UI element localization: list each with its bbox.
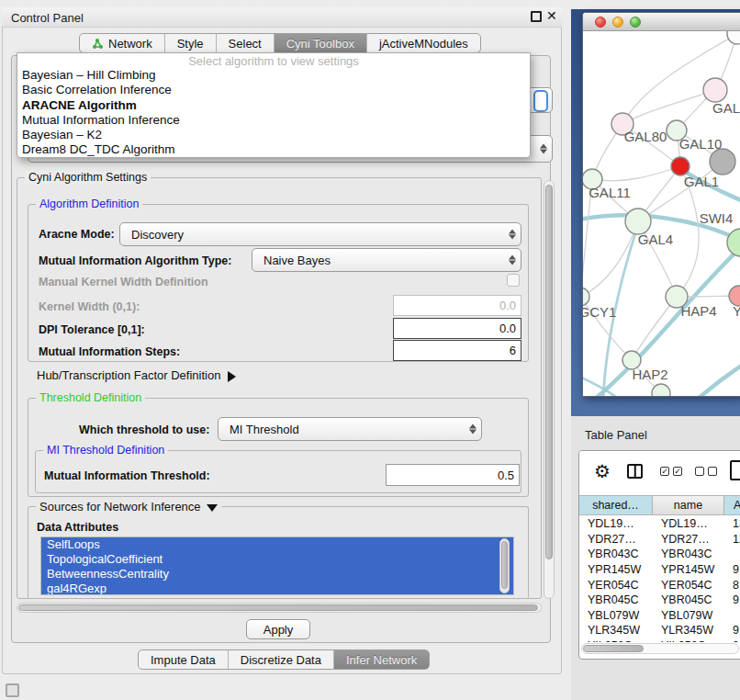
data-attributes-label: Data Attributes (37, 521, 118, 534)
dropdown-item-selected[interactable]: ARACNE Algorithm (17, 98, 530, 113)
settings-vscrollbar[interactable] (544, 180, 555, 599)
tab-impute-data[interactable]: Impute Data (139, 650, 228, 669)
column-header-shared-name[interactable]: shared… (579, 496, 653, 514)
table-row[interactable]: YPR145WYPR145W9. (579, 562, 740, 578)
dropdown-item[interactable]: Dream8 DC_TDC Algorithm (17, 142, 530, 157)
settings-hscrollbar[interactable] (17, 603, 542, 613)
sources-group-title[interactable]: Sources for Network Inference (36, 500, 221, 514)
combo-stepper-icon (509, 230, 516, 240)
tab-select[interactable]: Select (216, 34, 274, 52)
new-table-icon[interactable] (730, 460, 740, 480)
table-row[interactable]: YDL19…YDL19…13 (579, 516, 740, 532)
network-node-label: HAP4 (680, 303, 716, 319)
network-edge[interactable] (622, 90, 715, 124)
close-panel-icon[interactable]: ✕ (546, 8, 557, 23)
attribute-item[interactable]: BetweennessCentrality (41, 567, 513, 581)
network-node-swi4[interactable] (727, 229, 740, 256)
which-threshold-combo[interactable]: MI Threshold (218, 417, 482, 441)
network-node-label: GAL80 (624, 129, 667, 144)
settings-group-title: Cyni Algorithm Settings (25, 171, 151, 184)
network-edge[interactable] (583, 221, 638, 297)
mi-threshold-label: Mutual Information Threshold: (44, 469, 210, 482)
attribute-item[interactable]: SelfLoops (41, 537, 513, 552)
zoom-window-button[interactable] (630, 17, 641, 28)
table-row[interactable]: YBR045CYBR045C9. (579, 593, 740, 608)
attributes-vscrollbar-thumb[interactable] (501, 541, 508, 589)
manual-kernel-label: Manual Kernel Width Definition (39, 276, 208, 288)
aracne-mode-combo[interactable]: Discovery (119, 222, 521, 246)
dropdown-item[interactable]: Bayesian – Hill Climbing (17, 68, 530, 83)
deselect-all-checkboxes-icon[interactable] (695, 467, 717, 476)
network-node-label: GAL (712, 100, 740, 116)
mi-threshold-field[interactable]: 0.5 (386, 464, 520, 486)
table-hscrollbar[interactable] (581, 643, 739, 654)
kernel-width-label: Kernel Width (0,1): (39, 300, 140, 313)
network-node-label: HAP2 (632, 367, 667, 382)
attribute-item[interactable]: gal4RGexp (41, 581, 513, 595)
network-edge[interactable] (592, 166, 680, 181)
tab-discretize-data[interactable]: Discretize Data (228, 650, 333, 669)
table-row[interactable]: YBR043CYBR043C (579, 547, 740, 562)
network-node[interactable] (710, 149, 735, 175)
attribute-item[interactable]: TopologicalCoefficient (41, 552, 513, 567)
threshold-definition-title: Threshold Definition (36, 391, 145, 404)
table-row[interactable]: YLR345WYLR345W9. (579, 623, 740, 638)
network-node-gal1[interactable] (671, 157, 690, 175)
attributes-vscrollbar[interactable] (499, 538, 510, 593)
aracne-mode-label: Aracne Mode: (39, 228, 115, 241)
settings-vscrollbar-thumb[interactable] (545, 185, 553, 559)
network-node[interactable] (652, 384, 670, 397)
dropdown-item[interactable]: Basic Correlation Inference (17, 83, 530, 97)
network-node-gcy1[interactable] (583, 288, 589, 306)
float-panel-icon[interactable] (531, 11, 542, 22)
control-panel-tabbar: Network Style Select Cyni Toolbox jActiv… (79, 33, 481, 53)
settings-gear-icon[interactable]: ⚙ (594, 460, 611, 482)
network-node-gal[interactable] (703, 78, 727, 102)
network-node[interactable] (727, 31, 740, 44)
minimize-window-button[interactable] (612, 17, 623, 28)
tab-network-label: Network (108, 37, 152, 51)
mi-threshold-group-title: MI Threshold Definition (43, 444, 168, 457)
table-row[interactable]: YIL052CYIL052C9. (579, 638, 740, 642)
column-header-name[interactable]: name (653, 496, 724, 514)
collapse-arrow-icon (207, 504, 218, 512)
mi-type-combo[interactable]: Naive Bayes (252, 248, 521, 272)
network-node-label: SWI4 (700, 210, 734, 226)
column-layout-icon[interactable] (627, 464, 643, 479)
manual-kernel-checkbox[interactable] (507, 274, 520, 287)
network-node-label: GAL4 (638, 231, 673, 247)
network-node-gal4[interactable] (625, 209, 651, 234)
dpi-tolerance-field[interactable]: 0.0 (393, 318, 521, 339)
dropdown-item[interactable]: Bayesian – K2 (17, 128, 530, 142)
tab-network[interactable]: Network (80, 34, 164, 52)
which-threshold-label: Which threshold to use: (79, 423, 209, 436)
dropdown-item[interactable]: Mutual Information Inference (17, 113, 530, 128)
tab-style[interactable]: Style (164, 34, 216, 52)
network-node-label: GCY1 (583, 304, 616, 320)
table-panel-window: ⚙ ✓✓ shared… name A YDL19…YDL19…13 YDR27… (578, 450, 740, 660)
network-edge[interactable] (697, 365, 740, 397)
select-all-checkboxes-icon[interactable]: ✓✓ (660, 467, 682, 476)
close-window-button[interactable] (595, 17, 606, 28)
tab-infer-network[interactable]: Infer Network (333, 650, 429, 669)
network-node-label: Y (733, 303, 740, 319)
network-node-label: GAL11 (589, 185, 631, 200)
table-row[interactable]: YDR27…YDR27…12 (579, 532, 740, 548)
network-window-titlebar[interactable] (583, 13, 740, 31)
table-hscrollbar-thumb[interactable] (583, 645, 644, 652)
network-canvas[interactable]: GALGAL80GAL10GAL1GAL11GAL4SWI4GCY1HAP4YH… (583, 31, 740, 397)
table-row[interactable]: YER054CYER054C8. (579, 577, 740, 593)
minimized-panel-icon[interactable] (6, 683, 19, 697)
combo-stepper-focused-icon[interactable] (533, 90, 548, 112)
tab-jactivemnodules[interactable]: jActiveMNodules (366, 34, 480, 52)
table-panel-title: Table Panel (585, 428, 647, 442)
column-header-cut[interactable]: A (724, 496, 740, 514)
algorithm-definition-title: Algorithm Definition (36, 198, 142, 210)
kernel-width-field[interactable]: 0.0 (393, 295, 521, 316)
hub-definition-toggle[interactable]: Hub/Transcription Factor Definition (37, 368, 236, 382)
settings-hscrollbar-thumb[interactable] (18, 604, 538, 611)
mi-steps-field[interactable]: 6 (393, 340, 521, 361)
table-row[interactable]: YBL079WYBL079W (579, 608, 740, 624)
apply-button[interactable]: Apply (246, 619, 310, 639)
tab-cyni-toolbox[interactable]: Cyni Toolbox (274, 34, 366, 52)
